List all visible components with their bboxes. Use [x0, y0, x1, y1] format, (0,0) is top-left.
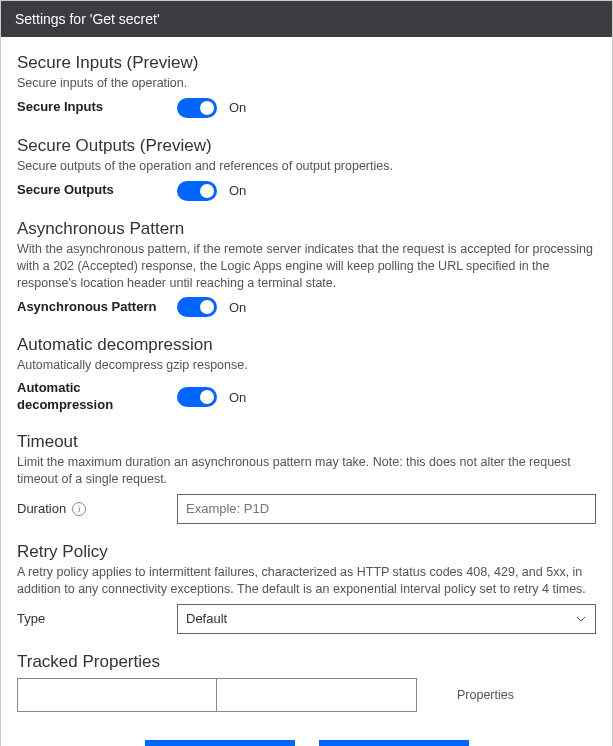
retry-type-select[interactable]: Default: [177, 604, 596, 634]
section-secure-outputs: Secure Outputs (Preview) Secure outputs …: [17, 136, 596, 201]
duration-label: Duration i: [17, 501, 177, 516]
header-title: Settings for 'Get secret': [15, 11, 160, 27]
section-title: Secure Inputs (Preview): [17, 53, 596, 73]
section-desc: A retry policy applies to intermittent f…: [17, 564, 596, 598]
section-secure-inputs: Secure Inputs (Preview) Secure inputs of…: [17, 53, 596, 118]
toggle-state: On: [229, 300, 246, 315]
toggle-row: Automatic decompression On: [17, 380, 596, 414]
tracked-row: Properties: [17, 678, 596, 712]
toggle-row: Secure Outputs On: [17, 181, 596, 201]
section-desc: Secure inputs of the operation.: [17, 75, 596, 92]
async-pattern-toggle[interactable]: [177, 297, 217, 317]
toggle-label: Automatic decompression: [17, 380, 177, 414]
field-label-text: Duration: [17, 501, 66, 516]
section-auto-decompression: Automatic decompression Automatically de…: [17, 335, 596, 414]
toggle-label: Asynchronous Pattern: [17, 299, 177, 316]
cancel-button[interactable]: Cancel: [319, 740, 469, 746]
type-label: Type: [17, 611, 177, 626]
section-desc: Limit the maximum duration an asynchrono…: [17, 454, 596, 488]
header-bar: Settings for 'Get secret': [1, 1, 612, 37]
field-row: Type Default: [17, 604, 596, 634]
section-title: Retry Policy: [17, 542, 596, 562]
tracked-key-input[interactable]: [17, 678, 217, 712]
toggle-state: On: [229, 390, 246, 405]
toggle-row: Secure Inputs On: [17, 98, 596, 118]
footer: Done Cancel: [17, 730, 596, 746]
secure-outputs-toggle[interactable]: [177, 181, 217, 201]
section-desc: Secure outputs of the operation and refe…: [17, 158, 596, 175]
section-desc: With the asynchronous pattern, if the re…: [17, 241, 596, 292]
done-button[interactable]: Done: [145, 740, 295, 746]
chevron-down-icon: [575, 613, 587, 625]
content: Secure Inputs (Preview) Secure inputs of…: [1, 37, 612, 746]
section-async-pattern: Asynchronous Pattern With the asynchrono…: [17, 219, 596, 318]
tracked-value-input[interactable]: [217, 678, 417, 712]
section-title: Secure Outputs (Preview): [17, 136, 596, 156]
field-row: Duration i: [17, 494, 596, 524]
toggle-label: Secure Inputs: [17, 99, 177, 116]
toggle-row: Asynchronous Pattern On: [17, 297, 596, 317]
section-tracked-properties: Tracked Properties Properties: [17, 652, 596, 712]
auto-decompression-toggle[interactable]: [177, 387, 217, 407]
properties-label: Properties: [457, 688, 514, 702]
toggle-label: Secure Outputs: [17, 182, 177, 199]
section-title: Timeout: [17, 432, 596, 452]
select-value: Default: [186, 611, 575, 626]
info-icon[interactable]: i: [72, 502, 86, 516]
secure-inputs-toggle[interactable]: [177, 98, 217, 118]
section-title: Automatic decompression: [17, 335, 596, 355]
section-retry-policy: Retry Policy A retry policy applies to i…: [17, 542, 596, 634]
section-desc: Automatically decompress gzip response.: [17, 357, 596, 374]
section-timeout: Timeout Limit the maximum duration an as…: [17, 432, 596, 524]
section-title: Tracked Properties: [17, 652, 596, 672]
duration-input[interactable]: [177, 494, 596, 524]
field-label-text: Type: [17, 611, 45, 626]
toggle-state: On: [229, 183, 246, 198]
section-title: Asynchronous Pattern: [17, 219, 596, 239]
toggle-state: On: [229, 100, 246, 115]
